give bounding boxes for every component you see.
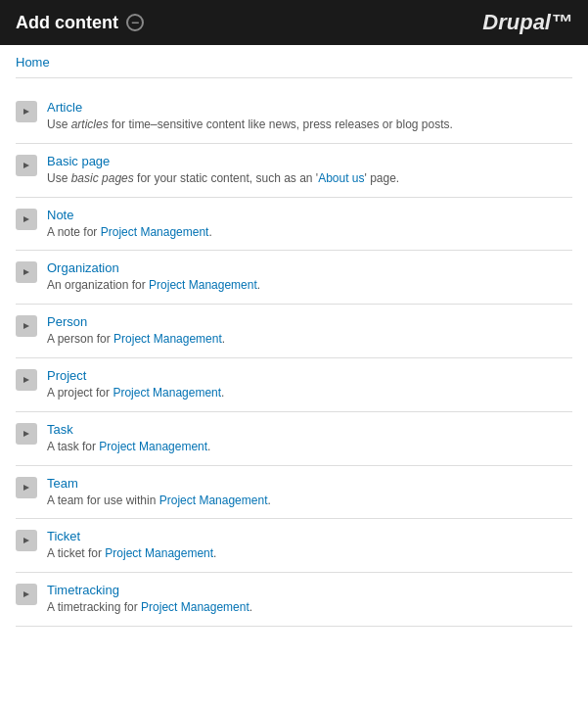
svg-marker-5 bbox=[23, 377, 29, 383]
item-title-project[interactable]: Project bbox=[47, 368, 572, 383]
item-text-timetracking: TimetrackingA timetracking for Project M… bbox=[47, 583, 572, 616]
item-text-basic-page: Basic pageUse basic pages for your stati… bbox=[47, 154, 572, 187]
content-area: Home ArticleUse articles for time–sensit… bbox=[0, 45, 588, 642]
list-item: TaskA task for Project Management. bbox=[16, 412, 572, 466]
list-item: TimetrackingA timetracking for Project M… bbox=[16, 573, 572, 627]
minimize-icon[interactable]: − bbox=[126, 14, 144, 31]
item-text-note: NoteA note for Project Management. bbox=[47, 208, 572, 241]
item-text-project: ProjectA project for Project Management. bbox=[47, 368, 572, 401]
item-desc-team: A team for use within Project Management… bbox=[47, 493, 572, 509]
list-item: TicketA ticket for Project Management. bbox=[16, 519, 572, 573]
item-desc-article: Use articles for time–sensitive content … bbox=[47, 117, 572, 133]
content-list: ArticleUse articles for time–sensitive c… bbox=[16, 90, 572, 627]
page-title-text: Add content bbox=[16, 13, 118, 33]
page-title: Add content − bbox=[16, 13, 144, 33]
list-item: OrganizationAn organization for Project … bbox=[16, 251, 572, 305]
arrow-btn-note[interactable] bbox=[16, 209, 37, 230]
svg-marker-8 bbox=[23, 538, 29, 543]
item-title-ticket[interactable]: Ticket bbox=[47, 529, 572, 543]
item-desc-note: A note for Project Management. bbox=[47, 224, 572, 241]
item-text-task: TaskA task for Project Management. bbox=[47, 422, 572, 455]
item-text-organization: OrganizationAn organization for Project … bbox=[47, 260, 572, 294]
svg-marker-3 bbox=[23, 269, 29, 275]
breadcrumb: Home bbox=[16, 55, 572, 78]
arrow-btn-article[interactable] bbox=[16, 101, 37, 122]
arrow-btn-organization[interactable] bbox=[16, 261, 37, 283]
item-desc-basic-page: Use basic pages for your static content,… bbox=[47, 170, 572, 187]
svg-marker-7 bbox=[23, 485, 29, 491]
list-item: PersonA person for Project Management. bbox=[16, 305, 572, 358]
breadcrumb-home-link[interactable]: Home bbox=[16, 55, 50, 70]
list-item: Basic pageUse basic pages for your stati… bbox=[16, 144, 572, 198]
header-bar: Add content − Drupal™ bbox=[0, 0, 588, 45]
item-desc-project: A project for Project Management. bbox=[47, 385, 572, 401]
arrow-btn-team[interactable] bbox=[16, 477, 37, 498]
list-item: TeamA team for use within Project Manage… bbox=[16, 466, 572, 520]
item-title-task[interactable]: Task bbox=[47, 422, 572, 437]
svg-marker-2 bbox=[23, 216, 29, 222]
item-text-ticket: TicketA ticket for Project Management. bbox=[47, 529, 572, 562]
item-text-article: ArticleUse articles for time–sensitive c… bbox=[47, 100, 572, 133]
svg-marker-4 bbox=[23, 323, 29, 329]
item-text-team: TeamA team for use within Project Manage… bbox=[47, 476, 572, 509]
item-title-basic-page[interactable]: Basic page bbox=[47, 154, 572, 168]
list-item: ArticleUse articles for time–sensitive c… bbox=[16, 90, 572, 144]
arrow-btn-project[interactable] bbox=[16, 369, 37, 391]
arrow-btn-person[interactable] bbox=[16, 315, 37, 337]
item-title-organization[interactable]: Organization bbox=[47, 260, 572, 275]
svg-marker-9 bbox=[23, 591, 29, 597]
list-item: ProjectA project for Project Management. bbox=[16, 358, 572, 412]
arrow-btn-ticket[interactable] bbox=[16, 530, 37, 551]
svg-marker-0 bbox=[23, 109, 29, 115]
svg-marker-6 bbox=[23, 431, 29, 437]
item-title-note[interactable]: Note bbox=[47, 208, 572, 222]
item-desc-task: A task for Project Management. bbox=[47, 439, 572, 455]
item-title-timetracking[interactable]: Timetracking bbox=[47, 583, 572, 597]
drupal-logo: Drupal™ bbox=[482, 10, 572, 35]
item-title-person[interactable]: Person bbox=[47, 314, 572, 329]
arrow-btn-timetracking[interactable] bbox=[16, 584, 37, 605]
item-title-team[interactable]: Team bbox=[47, 476, 572, 491]
item-desc-person: A person for Project Management. bbox=[47, 331, 572, 348]
item-text-person: PersonA person for Project Management. bbox=[47, 314, 572, 348]
svg-marker-1 bbox=[23, 163, 29, 168]
list-item: NoteA note for Project Management. bbox=[16, 198, 572, 252]
item-title-article[interactable]: Article bbox=[47, 100, 572, 115]
item-desc-organization: An organization for Project Management. bbox=[47, 277, 572, 294]
item-desc-ticket: A ticket for Project Management. bbox=[47, 545, 572, 562]
item-desc-timetracking: A timetracking for Project Management. bbox=[47, 599, 572, 616]
arrow-btn-basic-page[interactable] bbox=[16, 155, 37, 176]
arrow-btn-task[interactable] bbox=[16, 423, 37, 445]
